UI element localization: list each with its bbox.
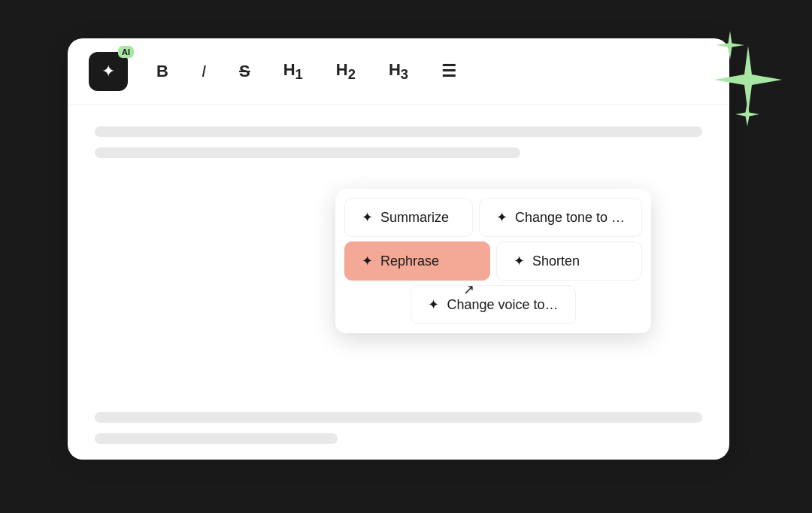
h2-button[interactable]: H2: [332, 59, 360, 85]
sparkle-rephrase-icon: ✦: [362, 253, 373, 269]
menu-item-shorten[interactable]: ✦ Shorten: [496, 241, 642, 281]
ai-menu-container: ✦ Summarize ✦ Change tone to … ✦ Rephras…: [335, 189, 651, 333]
summarize-label: Summarize: [380, 210, 449, 226]
change-tone-label: Change tone to …: [515, 210, 625, 226]
menu-item-summarize[interactable]: ✦ Summarize: [344, 198, 473, 237]
menu-item-change-tone[interactable]: ✦ Change tone to …: [479, 198, 642, 237]
content-area: [68, 105, 729, 179]
ai-sparkle-icon: ✦: [102, 62, 115, 81]
italic-button[interactable]: I: [197, 60, 211, 83]
sparkle-changevoice-icon: ✦: [428, 296, 439, 313]
sparkle-summarize-icon: ✦: [362, 209, 373, 226]
ai-badge: AI: [118, 46, 134, 58]
strikethrough-button[interactable]: S: [235, 60, 255, 83]
menu-item-change-voice[interactable]: ✦ Change voice to…: [411, 285, 575, 324]
h3-button[interactable]: H3: [384, 59, 413, 85]
h1-button[interactable]: H1: [279, 59, 308, 85]
outer-wrapper: ✦ AI B I S H1 H2 H3 ☰ ✦ Summarize: [68, 38, 744, 475]
ai-menu: ✦ Summarize ✦ Change tone to … ✦ Rephras…: [335, 189, 651, 333]
cursor-icon: ↗: [463, 283, 474, 296]
sparkle-changetone-icon: ✦: [496, 209, 508, 226]
menu-item-rephrase[interactable]: ✦ Rephrase ↗: [344, 241, 490, 281]
text-line-2: [95, 147, 520, 158]
rephrase-label: Rephrase: [380, 253, 439, 269]
bold-button[interactable]: B: [152, 60, 173, 83]
menu-row-1: ✦ Summarize ✦ Change tone to …: [344, 198, 642, 237]
ai-button[interactable]: ✦ AI: [89, 52, 128, 91]
menu-row-2: ✦ Rephrase ↗ ✦ Shorten: [344, 241, 642, 281]
text-line-1: [95, 126, 702, 137]
menu-row-3: ✦ Change voice to…: [344, 285, 642, 324]
editor-toolbar: ✦ AI B I S H1 H2 H3 ☰: [68, 38, 729, 105]
sparkle-shorten-icon: ✦: [514, 253, 525, 269]
text-line-4: [95, 433, 338, 444]
list-button[interactable]: ☰: [437, 60, 461, 83]
shorten-label: Shorten: [532, 253, 580, 269]
text-line-3: [95, 412, 702, 423]
editor-card: ✦ AI B I S H1 H2 H3 ☰ ✦ Summarize: [68, 38, 729, 460]
sparkle-small-bottom: [735, 102, 759, 129]
change-voice-label: Change voice to…: [447, 297, 558, 313]
bottom-lines: [68, 412, 729, 444]
